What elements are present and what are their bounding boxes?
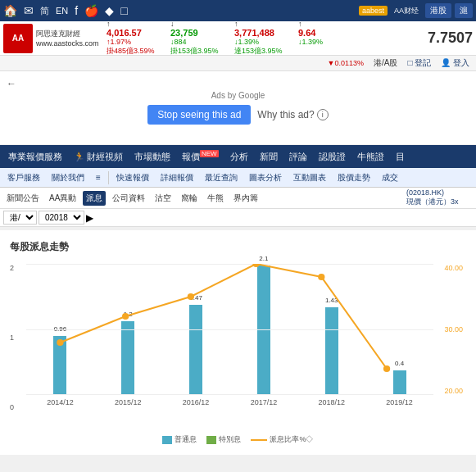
hu-stock-btn[interactable]: 滬 [455, 3, 473, 18]
tag-dividend[interactable]: 派息 [83, 191, 106, 206]
y-label-2: 2 [10, 264, 23, 272]
bar-2015-label: 1.2 [124, 311, 133, 318]
chart-legend: 普通息 特別息 派息比率%◇ [10, 434, 466, 445]
tag-company[interactable]: 公司資料 [109, 191, 148, 206]
logo-name: 阿思達克財經 [36, 29, 99, 39]
tag-warrant2[interactable]: 窩輪 [178, 191, 201, 206]
ticker-sh-val: 3,771,488 [234, 28, 292, 38]
why-this-ad-button[interactable]: Why this ad? i [257, 109, 328, 120]
ticker-hsi-change: ↑1.97% [107, 38, 164, 46]
apple-icon[interactable]: 🍎 [84, 4, 98, 17]
ticker-sh[interactable]: ↑ 3,771,488 ↓1.39% 達153億3.95% [234, 21, 292, 56]
legend-ratio-line [251, 439, 267, 441]
nav-cbbc[interactable]: 牛熊證 [352, 148, 389, 166]
back-arrow-icon[interactable]: ← [7, 78, 16, 89]
nav-analysis[interactable]: 分析 [225, 148, 253, 166]
x-axis-labels: 2014/12 2015/12 2016/12 2017/12 2018/12 … [26, 395, 433, 406]
register-link[interactable]: □ 登記 [407, 57, 431, 69]
hk-stock-btn[interactable]: 港股 [425, 3, 451, 18]
subnav-chart[interactable]: 圖表分析 [245, 170, 286, 185]
diamond-icon[interactable]: ◆ [105, 4, 114, 17]
bar-2018-label: 1.43 [325, 297, 338, 304]
stock-info-sidebar: 瑞聲科技（5日白） (02018.HK) 現價（港元）3x 波幅 3x [406, 188, 473, 209]
person-icon: 👤 [441, 58, 451, 67]
home-icon[interactable]: 🏠 [3, 4, 17, 17]
auth-bar: ▼0.0113% 港/A股 □ 登記 👤 登入 [0, 56, 476, 71]
android-icon[interactable]: □ [120, 4, 127, 17]
bar-2015-bars [121, 321, 134, 395]
tag-short[interactable]: 沽空 [152, 191, 175, 206]
ticker-bar: AA 阿思達克財經 www.aastocks.com ↑ 4,016.57 ↑1… [0, 21, 476, 56]
subnav-detail-quote[interactable]: 詳細報價 [156, 170, 197, 185]
y-axis-left: 2 1 0 [10, 264, 23, 411]
stock-code-label: (02018.HK) [406, 188, 469, 197]
bar-2017-bars [257, 266, 270, 395]
ad-area: ← Ads by Google Stop seeing this ad Why … [0, 71, 476, 145]
lang-simple[interactable]: 简 [40, 5, 49, 17]
ticker-items: ↑ 4,016.57 ↑1.97% 掛485億3.59% ↓ 23,759 ↓8… [107, 21, 423, 56]
tag-news[interactable]: 新聞公告 [3, 191, 43, 206]
login-link[interactable]: 👤 登入 [441, 57, 469, 69]
lang-en[interactable]: EN [56, 6, 68, 16]
nav-comment[interactable]: 評論 [284, 148, 312, 166]
nav-video[interactable]: 🏃 財經視頻 [69, 148, 128, 166]
subnav-quick-quote[interactable]: 快速報價 [112, 170, 153, 185]
subnav-trend[interactable]: 股價走勢 [333, 170, 374, 185]
stock-price-label: 現價（港元）3x [406, 197, 469, 207]
facebook-icon[interactable]: f [75, 4, 78, 17]
new-badge: NEW [200, 150, 219, 157]
aabest-badge: aabest [359, 6, 388, 16]
tag-aa[interactable]: AA異動 [46, 191, 79, 206]
stock-bar: 港/ 02018 ▶ [0, 209, 476, 227]
bar-2018: 1.43 [306, 297, 357, 395]
legend-ordinary: 普通息 [162, 434, 197, 445]
legend-ratio: 派息比率%◇ [251, 434, 313, 445]
subnav-interactive[interactable]: 互動圖表 [289, 170, 330, 185]
video-icon: 🏃 [74, 152, 85, 162]
subnav-about[interactable]: 關於我們 [48, 170, 88, 185]
lang-selector[interactable]: 港/A股 [374, 57, 397, 69]
nav-warrant[interactable]: 認股證 [314, 148, 351, 166]
ticker-sh-arrow: ↑ [234, 21, 292, 28]
ticker-extra-val: 9.64 [298, 28, 356, 38]
x-label-2014: 2014/12 [34, 398, 86, 406]
region-select[interactable]: 港/ 02018 ▶ [3, 211, 93, 225]
price-change-small: ▼0.0113% [328, 59, 364, 67]
nav-quote[interactable]: 報價NEW [177, 147, 224, 166]
region-dropdown[interactable]: 港/ [3, 211, 37, 225]
chart-title: 每股派息走勢 [10, 240, 466, 254]
search-icon[interactable]: ▶ [86, 212, 93, 224]
subnav-recent[interactable]: 最近查詢 [201, 170, 242, 185]
ticker-hsi[interactable]: ↑ 4,016.57 ↑1.97% 掛485億3.59% [107, 21, 164, 56]
register-icon: □ [407, 58, 412, 67]
subnav-trade[interactable]: 成交 [378, 170, 402, 185]
why-ad-label: Why this ad? [257, 109, 314, 120]
ticker-hsi-val: 4,016.57 [107, 28, 164, 38]
y-label-0: 0 [10, 403, 23, 411]
tag-inline[interactable]: 界內籌 [230, 191, 261, 206]
ticker-sh-sub: 達153億3.95% [234, 46, 292, 56]
nav-reports[interactable]: 專業報價服務 [3, 148, 67, 166]
bar-2016-ordinary [189, 305, 202, 395]
bar-2017-label: 2.1 [259, 255, 268, 262]
nav-market[interactable]: 市場動態 [129, 148, 175, 166]
nav-news[interactable]: 新聞 [255, 148, 283, 166]
bar-2015-ordinary [121, 321, 134, 395]
nav-more[interactable]: 目 [391, 148, 410, 166]
legend-ordinary-label: 普通息 [175, 434, 197, 445]
ticker-hk[interactable]: ↓ 23,759 ↓884 掛153億3.95% [170, 21, 228, 56]
tag-bull[interactable]: 牛熊 [204, 191, 227, 206]
stop-seeing-ad-button[interactable]: Stop seeing this ad [147, 105, 251, 125]
bar-2016-label: 1.47 [189, 294, 202, 302]
grid-bottom [26, 394, 433, 395]
code-dropdown[interactable]: 02018 [39, 211, 84, 225]
legend-special-label: 特別息 [219, 434, 241, 445]
bar-2018-ordinary [325, 307, 338, 395]
ticker-extra[interactable]: ↑ 9.64 ↓1.39% [298, 21, 356, 56]
grid-mid [26, 329, 433, 330]
ticker-hk-change: ↓884 [170, 38, 228, 46]
chart-container: 2 1 0 0.96 1.2 [10, 264, 466, 428]
subnav-service[interactable]: 客戶服務 [3, 170, 44, 185]
email-icon[interactable]: ✉ [24, 4, 34, 17]
subnav-menu[interactable]: ≡ [92, 171, 105, 184]
